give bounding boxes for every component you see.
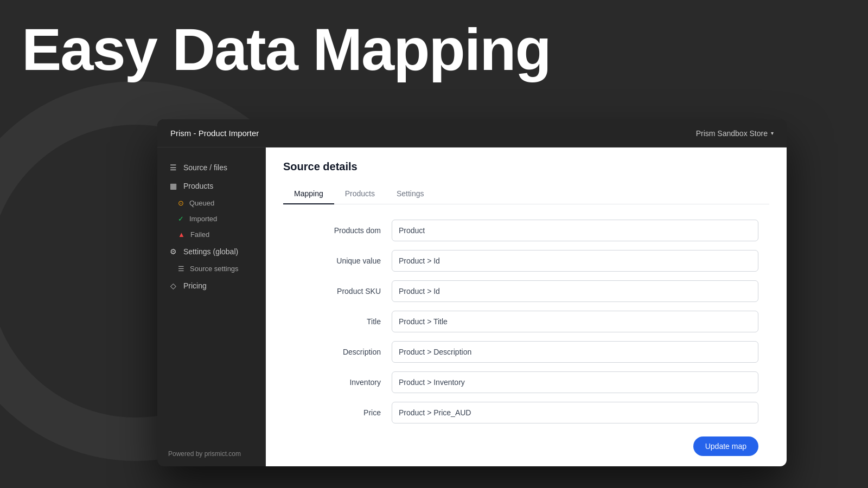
form-row-product-sku: Product SKU bbox=[294, 280, 758, 302]
sidebar-item-products[interactable]: ▦ Products bbox=[157, 177, 265, 195]
form-footer: Update map bbox=[294, 436, 758, 456]
sidebar-item-source-files[interactable]: ☰ Source / files bbox=[157, 158, 265, 177]
input-title[interactable] bbox=[392, 311, 758, 332]
app-title: Prism - Product Importer bbox=[170, 129, 259, 138]
list-icon: ☰ bbox=[178, 265, 184, 273]
clock-icon: ⊙ bbox=[178, 199, 184, 207]
source-details-panel: Source details Mapping Products Settings… bbox=[266, 147, 787, 466]
input-unique-value[interactable] bbox=[392, 250, 758, 272]
sidebar-item-label: Queued bbox=[189, 199, 214, 207]
form-row-price: Price bbox=[294, 402, 758, 423]
warning-icon: ▲ bbox=[178, 230, 185, 239]
tab-bar: Mapping Products Settings bbox=[283, 184, 769, 204]
settings-icon: ⚙ bbox=[168, 247, 178, 256]
update-map-button[interactable]: Update map bbox=[693, 436, 758, 456]
form-row-description: Description bbox=[294, 341, 758, 363]
sidebar-item-label: Products bbox=[183, 182, 213, 190]
form-row-unique-value: Unique value bbox=[294, 250, 758, 272]
database-icon: ☰ bbox=[168, 163, 178, 172]
sidebar: ☰ Source / files ▦ Products ⊙ Queued ✓ I… bbox=[157, 147, 266, 466]
form-row-products-dom: Products dom bbox=[294, 220, 758, 241]
app-header: Prism - Product Importer Prism Sandbox S… bbox=[157, 119, 787, 147]
label-inventory: Inventory bbox=[294, 378, 381, 387]
sidebar-item-source-settings[interactable]: ☰ Source settings bbox=[157, 261, 265, 277]
calendar-icon: ▦ bbox=[168, 182, 178, 190]
sidebar-item-label: Imported bbox=[189, 215, 217, 223]
chevron-down-icon: ▾ bbox=[771, 130, 774, 136]
input-product-sku[interactable] bbox=[392, 280, 758, 302]
hero-title: Easy Data Mapping bbox=[22, 16, 551, 82]
sidebar-item-label: Source / files bbox=[183, 163, 227, 172]
store-selector[interactable]: Prism Sandbox Store ▾ bbox=[696, 129, 774, 138]
mapping-form: Products dom Unique value Product SKU Ti… bbox=[283, 220, 769, 456]
tab-products[interactable]: Products bbox=[334, 184, 386, 204]
sidebar-item-pricing[interactable]: ◇ Pricing bbox=[157, 277, 265, 295]
sidebar-item-label: Settings (global) bbox=[183, 247, 238, 256]
check-icon: ✓ bbox=[178, 215, 184, 223]
label-description: Description bbox=[294, 348, 381, 356]
sidebar-item-settings-global[interactable]: ⚙ Settings (global) bbox=[157, 242, 265, 261]
tab-mapping[interactable]: Mapping bbox=[283, 184, 334, 204]
sidebar-item-queued[interactable]: ⊙ Queued bbox=[157, 195, 265, 211]
form-row-title: Title bbox=[294, 311, 758, 332]
label-title: Title bbox=[294, 317, 381, 326]
app-window: Prism - Product Importer Prism Sandbox S… bbox=[157, 119, 787, 466]
form-row-inventory: Inventory bbox=[294, 371, 758, 393]
input-price[interactable] bbox=[392, 402, 758, 423]
input-products-dom[interactable] bbox=[392, 220, 758, 241]
sidebar-item-failed[interactable]: ▲ Failed bbox=[157, 227, 265, 242]
main-content: Source details Mapping Products Settings… bbox=[266, 147, 787, 466]
sidebar-item-label: Pricing bbox=[183, 281, 207, 290]
input-inventory[interactable] bbox=[392, 371, 758, 393]
section-title: Source details bbox=[283, 160, 769, 173]
tab-settings[interactable]: Settings bbox=[386, 184, 435, 204]
powered-by-text: Powered by bbox=[168, 450, 205, 458]
label-products-dom: Products dom bbox=[294, 226, 381, 235]
sidebar-item-label: Failed bbox=[190, 230, 209, 239]
tag-icon: ◇ bbox=[168, 281, 178, 290]
powered-by-link[interactable]: prismict.com bbox=[205, 450, 241, 458]
input-description[interactable] bbox=[392, 341, 758, 363]
label-product-sku: Product SKU bbox=[294, 287, 381, 296]
label-price: Price bbox=[294, 408, 381, 417]
label-unique-value: Unique value bbox=[294, 256, 381, 265]
sidebar-item-imported[interactable]: ✓ Imported bbox=[157, 211, 265, 227]
store-name: Prism Sandbox Store bbox=[696, 129, 768, 138]
app-body: ☰ Source / files ▦ Products ⊙ Queued ✓ I… bbox=[157, 147, 787, 466]
sidebar-item-label: Source settings bbox=[190, 265, 239, 273]
powered-by: Powered by prismict.com bbox=[168, 450, 241, 458]
